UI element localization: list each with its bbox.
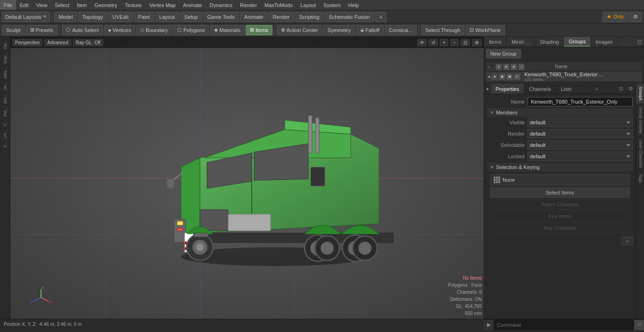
mode-schematic[interactable]: Schematic Fusion — [324, 12, 374, 22]
panel-expand-btn[interactable]: ⊡ — [637, 39, 642, 45]
sidebar-item-c[interactable]: C... — [2, 118, 8, 128]
viewport[interactable]: Perspective Advanced Ray GL: Off ⟳ ↺ + −… — [10, 37, 484, 319]
select-items-button[interactable]: Select Items — [490, 187, 630, 198]
sidebar-item-mes[interactable]: Mes... — [2, 65, 8, 80]
locked-select[interactable]: default — [528, 152, 633, 161]
constraints-btn[interactable]: Constrai... — [385, 25, 417, 35]
falloff-btn[interactable]: ⬙ Falloff — [356, 25, 384, 35]
mode-model[interactable]: Model — [54, 12, 77, 22]
menu-maxtomodo[interactable]: MaxToModo — [261, 0, 297, 10]
symmetry-btn[interactable]: Symmetry — [323, 25, 355, 35]
prop-toggle[interactable]: ● — [484, 84, 491, 94]
menu-view[interactable]: View — [33, 0, 51, 10]
gl-icon-4[interactable]: ▶ — [514, 73, 520, 80]
star-only[interactable]: ★ Only — [603, 12, 628, 22]
mode-paint[interactable]: Paint — [134, 12, 154, 22]
gl-icon-3[interactable]: ■ — [506, 73, 513, 80]
mode-layout[interactable]: Layout — [155, 12, 179, 22]
presets-btn[interactable]: ⊞ Presets — [26, 25, 58, 35]
mode-game-tools[interactable]: Game Tools — [203, 12, 239, 22]
workplane-btn[interactable]: ⊡ WorkPlane — [465, 25, 505, 35]
tab-items[interactable]: Items — [484, 37, 507, 47]
menu-help[interactable]: Help — [345, 0, 363, 10]
menu-item[interactable]: Item — [73, 0, 91, 10]
vp-zoom-in-btn[interactable]: + — [440, 39, 448, 46]
vp-zoom-out-btn[interactable]: − — [450, 39, 459, 46]
sidebar-item-uv[interactable]: UV... — [2, 128, 8, 140]
menu-vertex-map[interactable]: Vertex Map — [146, 0, 180, 10]
members-section[interactable]: ▼ Members — [487, 108, 633, 117]
prop-tab-channels[interactable]: Channels — [524, 84, 556, 94]
menu-select[interactable]: Select — [51, 0, 73, 10]
vp-settings-btn[interactable]: ⚙ — [472, 39, 482, 46]
boundary-btn[interactable]: ◇ Boundary — [136, 25, 172, 35]
menu-layout[interactable]: Layout — [297, 0, 320, 10]
mode-topology[interactable]: Topology — [78, 12, 107, 22]
mode-uvedit[interactable]: UVEdit — [108, 12, 132, 22]
new-group-button[interactable]: New Group — [486, 49, 521, 58]
mode-render[interactable]: Render — [268, 12, 294, 22]
sculpt-btn[interactable]: Sculpt — [2, 25, 25, 35]
prop-tab-properties[interactable]: Properties — [491, 84, 524, 94]
vtab-group-display[interactable]: Group Display — [636, 104, 644, 137]
menu-texture[interactable]: Texture — [121, 0, 146, 10]
sidebar-item-ve[interactable]: Ve... — [2, 81, 8, 92]
action-center-btn[interactable]: ⊕ Action Center — [277, 25, 322, 35]
sidebar-item-em[interactable]: Em... — [2, 92, 8, 105]
auto-select-btn[interactable]: ⬡ Auto Select — [62, 25, 103, 35]
mode-add[interactable]: + — [375, 12, 387, 22]
prop-expand-icon[interactable]: ⊡ — [617, 84, 626, 94]
visible-select[interactable]: default — [528, 118, 633, 127]
perspective-btn[interactable]: Perspective — [12, 39, 42, 46]
prop-settings-icon[interactable]: ⚙ — [626, 84, 636, 94]
name-input[interactable] — [528, 97, 633, 106]
command-toggle[interactable]: ▶ — [484, 320, 494, 330]
settings-btn[interactable]: ⚙ — [629, 12, 642, 22]
vtab-tags[interactable]: Tags — [636, 171, 644, 186]
command-input[interactable] — [494, 320, 634, 330]
mode-setup[interactable]: Setup — [180, 12, 202, 22]
menu-dynamics[interactable]: Dynamics — [206, 0, 236, 10]
menu-animate[interactable]: Animate — [179, 0, 206, 10]
vp-frame-btn[interactable]: ⊡ — [461, 39, 470, 46]
mode-animate[interactable]: Animate — [240, 12, 267, 22]
sidebar-item-dup[interactable]: Dup... — [2, 51, 8, 65]
expand-panel-btn[interactable]: » — [621, 237, 633, 245]
gl-icon-2[interactable]: ■ — [499, 73, 505, 80]
menu-edit[interactable]: Edit — [16, 0, 33, 10]
layout-dropdown[interactable]: Default Layouts — [2, 12, 50, 22]
key-items-button[interactable]: Key Items — [490, 211, 630, 221]
menu-geometry[interactable]: Geometry — [91, 0, 121, 10]
menu-render[interactable]: Render — [236, 0, 261, 10]
materials-btn[interactable]: ◈ Materials — [210, 25, 245, 35]
select-channels-button[interactable]: Select Channels — [490, 199, 630, 210]
menu-file[interactable]: File — [0, 0, 16, 10]
gl-icon-1[interactable]: ● — [491, 73, 498, 80]
selectable-select[interactable]: default — [528, 140, 633, 150]
vtab-user-channels[interactable]: User Channels — [636, 137, 644, 171]
polygons-btn[interactable]: ⬡ Polygons — [173, 25, 209, 35]
vertices-btn[interactable]: ● Vertices — [104, 25, 135, 35]
selection-keying-section[interactable]: ▼ Selection & Keying — [487, 163, 633, 171]
tab-groups[interactable]: Groups — [564, 37, 591, 47]
select-through-btn[interactable]: Select Through — [421, 25, 464, 35]
mode-scripting[interactable]: Scripting — [295, 12, 324, 22]
items-btn[interactable]: ⊞ Items — [246, 25, 272, 35]
sidebar-item-de[interactable]: De... — [2, 39, 8, 50]
prop-tab-add[interactable]: + — [591, 86, 602, 92]
command-submit[interactable]: ⏎ — [634, 320, 644, 330]
tab-shading[interactable]: Shading — [535, 37, 564, 47]
sidebar-item-f[interactable]: F... — [2, 140, 8, 149]
menu-system[interactable]: System — [320, 0, 345, 10]
prop-tab-lists[interactable]: Lists — [556, 84, 577, 94]
advanced-btn[interactable]: Advanced — [44, 39, 71, 46]
vp-rotate-btn[interactable]: ⟳ — [417, 39, 427, 46]
tab-mesh[interactable]: Mesh ... — [507, 37, 535, 47]
key-channels-button[interactable]: Key Channels — [490, 223, 630, 233]
render-select[interactable]: default — [528, 129, 633, 138]
sidebar-item-pol[interactable]: Pol... — [2, 105, 8, 118]
vp-reset-btn[interactable]: ↺ — [429, 39, 438, 46]
ray-gl-btn[interactable]: Ray GL: Off — [73, 39, 104, 46]
vtab-groups[interactable]: Groups — [636, 84, 644, 104]
tab-images[interactable]: Images — [591, 37, 618, 47]
